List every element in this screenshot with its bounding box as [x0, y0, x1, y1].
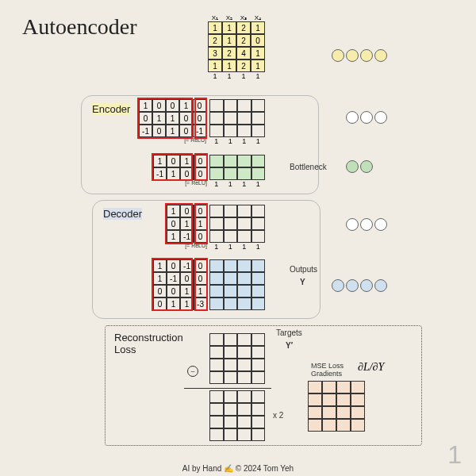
c: 2: [208, 34, 222, 47]
input-footer: 1111: [208, 72, 265, 80]
c: 0: [152, 125, 166, 137]
dec-w1-grid: 100 011 1-10: [167, 205, 207, 243]
c: 2: [222, 47, 236, 60]
c: 0: [153, 298, 167, 310]
c: 0: [194, 205, 207, 217]
c: 1: [153, 259, 167, 272]
c: 1: [251, 47, 265, 60]
c: 4: [236, 47, 251, 60]
c: 1: [166, 125, 179, 137]
c: 1: [222, 34, 236, 47]
c: 2: [236, 60, 251, 72]
c: -1: [180, 230, 194, 243]
bottleneck-grid: [209, 155, 265, 180]
encoder-w1: 10010 01100 -1010-1 [= ReLU]: [139, 99, 206, 143]
c: 1: [152, 112, 166, 125]
loss-label: Reconstruction Loss: [114, 332, 183, 355]
c: 1: [167, 298, 180, 310]
c: 1: [167, 205, 180, 217]
grad-label: ∂L/∂Y: [358, 361, 384, 374]
outputs-label: Outputs: [290, 265, 317, 274]
c: 2: [236, 21, 251, 34]
c: 0: [166, 99, 179, 112]
c: 1: [180, 285, 194, 298]
c: -1: [167, 272, 180, 285]
c: -1: [193, 125, 206, 137]
credit-line: AI by Hand ✍ © 2024 Tom Yeh: [0, 464, 476, 473]
diff-grid: [209, 390, 265, 441]
c: 0: [167, 217, 180, 230]
f: 1: [256, 180, 260, 188]
c: 0: [167, 259, 180, 272]
relu-label: [= ReLU]: [167, 243, 207, 248]
h: X₄: [255, 14, 261, 21]
dec1-circles: [346, 218, 387, 231]
c: 1: [208, 21, 222, 34]
c: 0: [180, 205, 194, 217]
c: 0: [193, 112, 206, 125]
input-circles: [332, 49, 387, 62]
h: X₁: [212, 14, 218, 21]
c: 0: [179, 112, 193, 125]
c: 1: [251, 21, 265, 34]
c: 1: [166, 112, 179, 125]
c: 0: [180, 272, 194, 285]
c: 0: [179, 125, 193, 137]
yprime-label: Y′: [286, 341, 293, 350]
c: 0: [152, 99, 166, 112]
c: 1: [208, 60, 222, 72]
c: 0: [194, 230, 207, 243]
dec-w1-out: [209, 205, 265, 243]
c: 1: [194, 217, 207, 230]
input-block: X₁ X₂ X₃ X₄ 1121 2120 3241 1121 1111: [208, 14, 265, 80]
c: 0: [167, 155, 180, 167]
c: 0: [251, 34, 265, 47]
bottleneck-label: Bottleneck: [290, 163, 327, 171]
enc-w1-grid: 10010 01100 -1010-1: [139, 99, 206, 137]
f: 1: [228, 137, 232, 145]
page-title: Autoencoder: [22, 14, 137, 40]
decoder-label: Decoder: [103, 208, 142, 220]
f: 1: [227, 72, 231, 80]
c: -1: [153, 167, 167, 180]
c: 0: [194, 167, 207, 180]
x2-label: x 2: [273, 411, 283, 420]
c: 0: [180, 167, 194, 180]
minus-icon: −: [187, 366, 198, 377]
c: 1: [180, 155, 194, 167]
y-label: Y: [300, 278, 305, 286]
c: -1: [139, 125, 152, 137]
divider: [184, 388, 271, 389]
h: X₃: [240, 14, 247, 21]
f: 1: [242, 137, 246, 145]
c: 0: [153, 285, 167, 298]
dec-w2-grid: 10-10 1-100 0011 011-3: [153, 259, 207, 310]
input-headers: X₁ X₂ X₃ X₄: [208, 14, 265, 21]
f: 1: [242, 180, 246, 188]
decoder-w2: 10-10 1-100 0011 011-3: [153, 259, 207, 310]
relu-label: [= ReLU]: [153, 180, 207, 186]
c: 1: [179, 99, 193, 112]
f: 1: [228, 243, 232, 251]
f: 1: [241, 72, 245, 80]
enc1-circles: [346, 111, 387, 124]
bottleneck-circles: [346, 160, 373, 173]
f: 1: [228, 180, 232, 188]
grad-grid: [308, 381, 365, 432]
output-grid: [209, 259, 265, 310]
c: -1: [180, 259, 194, 272]
c: 1: [167, 167, 180, 180]
f: 1: [213, 72, 217, 80]
c: 3: [208, 47, 222, 60]
encoder-w2: 1010 -1100 [= ReLU]: [153, 155, 207, 186]
c: 1: [153, 155, 167, 167]
c: 1: [180, 298, 194, 310]
c: 0: [167, 285, 180, 298]
f: 1: [256, 137, 260, 145]
c: 2: [236, 34, 251, 47]
input-grid: 1121 2120 3241 1121: [208, 21, 265, 72]
c: 0: [194, 272, 207, 285]
c: 1: [167, 230, 180, 243]
c: 0: [193, 99, 206, 112]
c: 1: [251, 60, 265, 72]
